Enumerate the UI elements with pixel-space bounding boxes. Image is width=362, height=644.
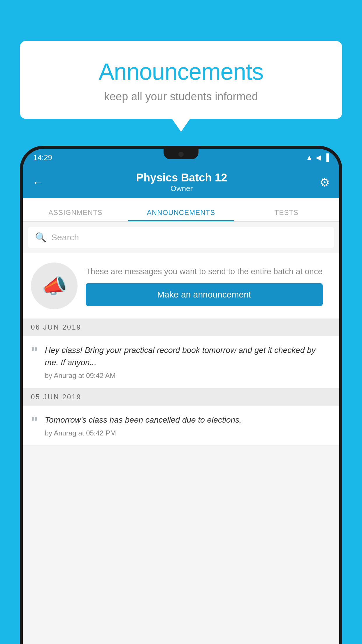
tab-announcements[interactable]: ANNOUNCEMENTS [128,209,234,221]
announcement-message-2: Tomorrow's class has been cancelled due … [45,414,331,426]
megaphone-icon: 📣 [42,274,67,298]
promo-right: These are messages you want to send to t… [86,266,323,306]
phone-frame: 14:29 ▲ ◀ ▐ ← Physics Batch 12 Owner ⚙ A… [20,146,342,644]
date-separator-2: 05 JUN 2019 [23,388,339,406]
header-subtitle: Owner [136,184,227,193]
promo-description: These are messages you want to send to t… [86,266,323,277]
announcement-text-1: Hey class! Bring your practical record b… [45,344,331,380]
search-placeholder[interactable]: Search [51,232,79,242]
tab-assignments[interactable]: ASSIGNMENTS [23,209,128,221]
settings-button[interactable]: ⚙ [319,176,330,189]
speech-bubble-container: Announcements keep all your students inf… [20,41,342,119]
announcement-text-2: Tomorrow's class has been cancelled due … [45,414,331,437]
speech-bubble: Announcements keep all your students inf… [20,41,342,119]
search-bar[interactable]: 🔍 Search [28,227,334,248]
status-time: 14:29 [33,153,52,162]
signal-icon: ◀ [316,153,321,162]
make-announcement-button[interactable]: Make an announcement [86,283,323,306]
header-center: Physics Batch 12 Owner [136,172,227,193]
date-label-2: 05 JUN 2019 [31,393,81,401]
tab-tests[interactable]: TESTS [234,209,339,221]
status-icons: ▲ ◀ ▐ [306,153,329,162]
announcement-item-1[interactable]: " Hey class! Bring your practical record… [23,336,339,388]
camera-dot [178,152,184,157]
date-label-1: 06 JUN 2019 [31,323,81,331]
announcement-by-2: by Anurag at 05:42 PM [45,429,331,437]
bubble-title: Announcements [37,58,325,85]
content-area: 🔍 Search 📣 These are messages you want t… [23,222,339,644]
quote-icon-1: " [31,345,38,360]
tab-bar: ASSIGNMENTS ANNOUNCEMENTS TESTS [23,198,339,222]
wifi-icon: ▲ [306,153,313,162]
date-separator-1: 06 JUN 2019 [23,318,339,336]
announcement-message-1: Hey class! Bring your practical record b… [45,344,331,369]
search-icon: 🔍 [35,232,47,243]
back-button[interactable]: ← [32,176,44,189]
phone-notch [164,149,198,159]
promo-card: 📣 These are messages you want to send to… [23,253,339,318]
header-title: Physics Batch 12 [136,172,227,184]
megaphone-circle: 📣 [31,262,78,309]
battery-icon: ▐ [324,153,329,162]
phone-inner: 14:29 ▲ ◀ ▐ ← Physics Batch 12 Owner ⚙ A… [23,149,339,644]
announcement-item-2[interactable]: " Tomorrow's class has been cancelled du… [23,406,339,446]
quote-icon-2: " [31,415,38,430]
app-header: ← Physics Batch 12 Owner ⚙ [23,166,339,198]
bubble-subtitle: keep all your students informed [37,90,325,103]
announcement-by-1: by Anurag at 09:42 AM [45,372,331,380]
